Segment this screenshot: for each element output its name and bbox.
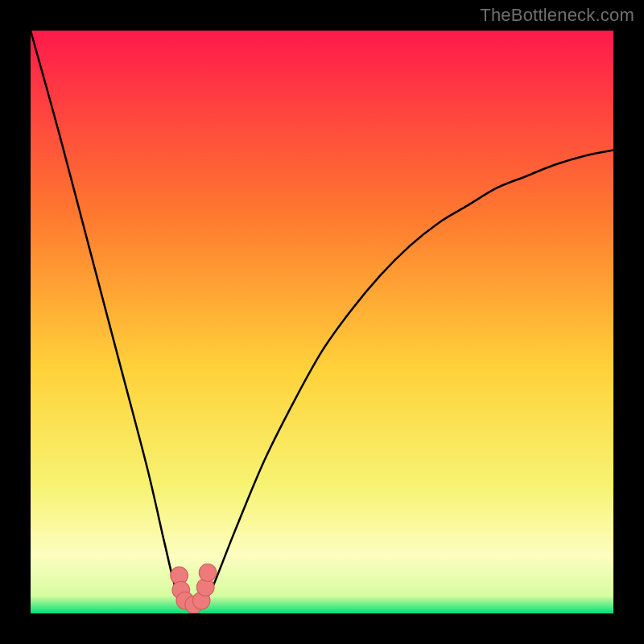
- curve-layer: [31, 31, 613, 613]
- highlight-markers: [171, 564, 217, 613]
- chart-frame: TheBottleneck.com: [0, 0, 644, 644]
- marker-dot: [199, 564, 217, 581]
- watermark-text: TheBottleneck.com: [480, 5, 634, 26]
- plot-area: [31, 31, 613, 613]
- bottleneck-curve: [31, 31, 613, 613]
